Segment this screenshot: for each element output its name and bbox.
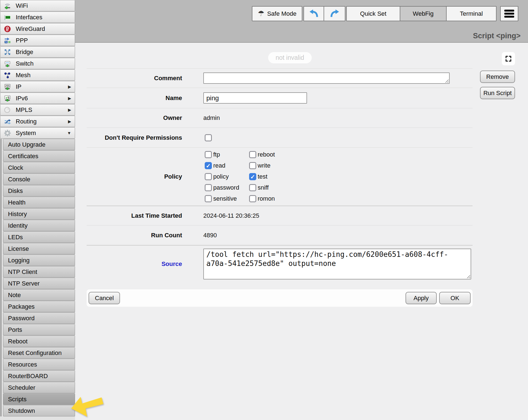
policy-option-test: test — [249, 173, 275, 180]
interfaces-icon — [3, 13, 12, 21]
sidebar-item-health[interactable]: Health — [3, 197, 75, 208]
mode-tabs: Quick Set WebFig Terminal — [346, 6, 497, 21]
sidebar-item-ipv6[interactable]: 6 IPv6 ▶ — [0, 93, 75, 104]
hamburger-menu-button[interactable] — [500, 6, 518, 21]
umbrella-icon: ☂ — [258, 10, 264, 17]
ppp-icon — [3, 36, 12, 45]
policy-grid: ftp reboot read write policy test passwo… — [205, 151, 275, 202]
policy-checkbox-policy[interactable] — [205, 173, 212, 180]
expand-arrow-icon: ▶ — [68, 107, 71, 112]
comment-input[interactable] — [203, 72, 450, 84]
redo-icon — [329, 9, 340, 19]
policy-checkbox-test[interactable] — [249, 173, 256, 180]
policy-checkbox-password[interactable] — [205, 184, 212, 191]
sidebar-item-switch[interactable]: Switch — [0, 58, 75, 69]
policy-option-password: password — [205, 184, 249, 191]
sidebar-item-routing[interactable]: Routing ▶ — [0, 116, 75, 127]
expand-arrow-icon: ▶ — [68, 96, 71, 101]
undo-button[interactable] — [303, 6, 324, 21]
sidebar-item-reboot[interactable]: Reboot — [3, 336, 75, 347]
safe-mode-button[interactable]: ☂ Safe Mode — [252, 6, 302, 21]
sidebar-item-console[interactable]: Console — [3, 174, 75, 185]
remove-button[interactable]: Remove — [480, 71, 515, 83]
redo-button[interactable] — [324, 6, 345, 21]
sidebar-item-note[interactable]: Note — [3, 289, 75, 301]
sidebar-item-identity[interactable]: Identity — [3, 220, 75, 231]
sidebar-item-routerboard[interactable]: RouterBOARD — [3, 370, 75, 382]
script-form: Comment Name Owner admin Don't Require P… — [87, 68, 473, 307]
sidebar-item-license[interactable]: License — [3, 243, 75, 254]
safe-mode-label: Safe Mode — [267, 10, 296, 17]
run-count-row: Run Count 4890 — [87, 225, 473, 245]
sidebar-item-wifi[interactable]: WiFi — [0, 0, 75, 11]
sidebar-item-ip[interactable]: 255 IP ▶ — [0, 81, 75, 92]
policy-option-romon: romon — [249, 195, 275, 202]
policy-checkbox-write[interactable] — [249, 162, 256, 169]
sidebar-item-reset-configuration[interactable]: Reset Configuration — [3, 347, 75, 359]
owner-label: Owner — [87, 114, 182, 122]
mpls-icon — [3, 106, 12, 114]
bridge-icon — [3, 48, 12, 56]
sidebar-item-wireguard[interactable]: WireGuard — [0, 23, 75, 34]
run-script-button[interactable]: Run Script — [480, 87, 515, 99]
sidebar-item-password[interactable]: Password — [3, 313, 75, 324]
policy-checkbox-romon[interactable] — [249, 195, 256, 202]
name-input[interactable] — [203, 92, 307, 104]
sidebar-item-ntp-client[interactable]: NTP Client — [3, 266, 75, 278]
wireguard-icon — [3, 25, 12, 33]
header: ☂ Safe Mode Quick Set WebFig Terminal Sc… — [75, 0, 528, 43]
sidebar-item-shutdown[interactable]: Shutdown — [3, 405, 75, 416]
sidebar-item-packages[interactable]: Packages — [3, 301, 75, 312]
cancel-button[interactable]: Cancel — [89, 292, 120, 304]
sidebar-item-certificates[interactable]: Certificates — [3, 150, 75, 162]
last-time-started-label: Last Time Started — [87, 212, 182, 219]
sidebar-item-scheduler[interactable]: Scheduler — [3, 382, 75, 393]
dont-require-permissions-checkbox[interactable] — [205, 134, 212, 141]
sidebar-item-leds[interactable]: LEDs — [3, 231, 75, 243]
last-time-started-value: 2024-06-11 20:36:25 — [203, 212, 473, 219]
sidebar-item-history[interactable]: History — [3, 208, 75, 220]
sidebar-item-system[interactable]: System ▼ — [0, 127, 75, 139]
source-label: Source — [87, 260, 182, 268]
run-count-label: Run Count — [87, 232, 182, 239]
sidebar-item-ppp[interactable]: PPP — [0, 35, 75, 46]
tab-webfig[interactable]: WebFig — [400, 6, 447, 21]
sidebar: WiFi Interfaces WireGuard PPP Bridge Swi… — [0, 0, 75, 420]
source-input[interactable]: /tool fetch url="https://hc-ping.com/620… — [203, 249, 471, 279]
sidebar-item-ntp-server[interactable]: NTP Server — [3, 278, 75, 289]
toolbar: ☂ Safe Mode Quick Set WebFig Terminal — [252, 6, 518, 21]
sidebar-item-ports[interactable]: Ports — [3, 324, 75, 335]
dont-require-permissions-row: Don't Require Permissions — [87, 128, 473, 147]
sidebar-item-auto-upgrade[interactable]: Auto Upgrade — [3, 139, 75, 150]
ip-icon: 255 — [3, 83, 12, 91]
sidebar-item-bridge[interactable]: Bridge — [0, 46, 75, 58]
system-icon — [3, 129, 12, 137]
tab-quick-set[interactable]: Quick Set — [346, 6, 400, 21]
form-actions-bar: Cancel Apply OK — [87, 289, 473, 307]
policy-checkbox-ftp[interactable] — [205, 151, 212, 158]
ok-button[interactable]: OK — [439, 292, 471, 304]
apply-button[interactable]: Apply — [406, 292, 437, 304]
sidebar-item-disks[interactable]: Disks — [3, 185, 75, 196]
sidebar-item-logging[interactable]: Logging — [3, 255, 75, 266]
policy-checkbox-reboot[interactable] — [249, 151, 256, 158]
undo-icon — [309, 9, 319, 19]
policy-checkbox-sniff[interactable] — [249, 184, 256, 191]
policy-option-policy: policy — [205, 173, 249, 180]
sidebar-item-scripts[interactable]: Scripts — [3, 394, 75, 405]
dont-require-permissions-label: Don't Require Permissions — [87, 134, 182, 141]
policy-option-sniff: sniff — [249, 184, 275, 191]
sidebar-item-clock[interactable]: Clock — [3, 162, 75, 173]
svg-text:6: 6 — [8, 96, 9, 99]
policy-checkbox-sensitive[interactable] — [205, 195, 212, 202]
sidebar-item-mpls[interactable]: MPLS ▶ — [0, 104, 75, 115]
tab-terminal[interactable]: Terminal — [446, 6, 497, 21]
name-label: Name — [87, 95, 182, 102]
sidebar-item-resources[interactable]: Resources — [3, 359, 75, 370]
sidebar-item-mesh[interactable]: Mesh — [0, 69, 75, 81]
policy-checkbox-read[interactable] — [205, 162, 212, 169]
sidebar-item-interfaces[interactable]: Interfaces — [0, 12, 75, 23]
fullscreen-button[interactable] — [502, 52, 515, 65]
last-time-started-row: Last Time Started 2024-06-11 20:36:25 — [87, 206, 473, 225]
mesh-icon — [3, 71, 12, 79]
